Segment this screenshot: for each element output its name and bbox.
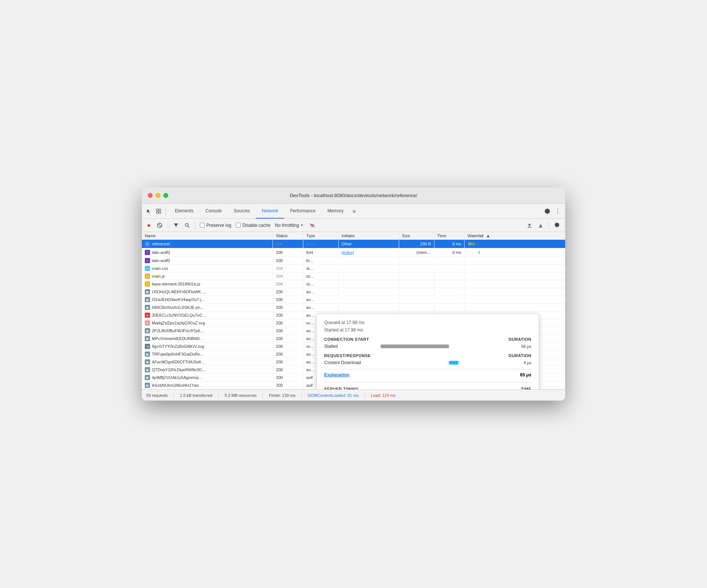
cell-name: ● 20E6CLcSzNV2GELQu7oC… [142,311,273,319]
cell-size [399,272,434,280]
cell-time [434,304,464,311]
tab-performance[interactable]: Performance [284,204,322,219]
cell-initiator [338,288,399,296]
minimize-button[interactable] [156,193,160,198]
cell-initiator [338,272,399,280]
cell-status: 304 [273,272,303,280]
status-divider-1 [173,392,174,398]
search-button[interactable] [182,222,192,229]
tab-console[interactable]: Console [199,204,228,219]
cell-type: sc… [303,272,338,280]
traffic-lights [148,193,168,198]
cell-status: 200 [273,358,303,366]
cell-waterfall [465,272,565,280]
more-options-icon[interactable]: ⋮ [553,206,562,216]
cell-status: 200 [273,319,303,327]
content-download-label: Content Download [324,360,376,365]
table-row[interactable]: # main.css 304st… [142,265,565,272]
download-icon[interactable] [536,222,545,229]
svg-rect-2 [159,209,161,211]
record-button[interactable]: ● [145,221,153,230]
cell-name: ▣ 4pIMBj7zOAk1y5Agmmoj… [142,374,273,382]
toolbar-divider-1 [168,222,168,229]
table-row[interactable]: ▣ h90CtfziXluvh1LSSKJE.pn… 200av… [142,304,565,311]
cell-name: ▣ MPcVmmemtEEDURBN6l… [142,335,273,343]
cell-name: ▣ h90CtfziXluvh1LSSKJE.pn… [142,304,273,311]
col-name[interactable]: Name [142,232,273,240]
tab-memory[interactable]: Memory [322,204,349,219]
tab-sources[interactable]: Sources [228,204,256,219]
status-divider-4 [302,392,302,398]
tab-more[interactable]: » [349,204,359,219]
disable-cache-checkbox[interactable]: Disable cache [236,223,270,228]
throttle-select[interactable]: No throttling [273,222,305,229]
stalled-duration: 56 μs [509,344,531,349]
cell-time [434,296,464,304]
devtools-tab-icons [145,207,166,215]
toolbar-divider-3 [548,222,549,229]
table-row[interactable]: ≡ reference/ 304docu…Other296 B8 ms [142,240,565,248]
timing-total-row: Explanation 65 μs [324,369,531,378]
cell-size [399,296,434,304]
explanation-link[interactable]: Explanation [324,372,349,378]
cell-waterfall [465,304,565,311]
cell-initiator [338,304,399,311]
time-label: TIME [521,387,531,389]
filter-button[interactable] [171,222,181,229]
cell-waterfall [465,280,565,288]
cell-type: docu… [303,240,338,248]
table-row[interactable]: T latin.woff2 200font(index)(mem…0 ms [142,248,565,257]
started-at-text: Started at 17.98 ms [324,327,363,333]
cell-name: T latin.woff2 [142,257,273,265]
toolbar-divider-2 [195,222,195,229]
table-row[interactable]: ▣ U5OHzQL4tEKFr6OFlxWK…. 200av… [142,288,565,296]
cell-time [434,272,464,280]
cell-initiator [338,296,399,304]
cell-status: 200 [273,374,303,382]
cell-name: JS base-element-3018901b.js [142,280,273,288]
content-download-duration: 9 μs [509,360,531,365]
cell-status: 200 [273,366,303,374]
svg-rect-1 [156,212,158,213]
col-type[interactable]: Type [303,232,338,240]
cell-name: ▣ U5OHzQL4tEKFr6OFlxWK…. [142,288,273,296]
cell-name: T latin.woff2 [142,248,273,257]
table-row[interactable]: T latin.woff2 200fo… [142,257,565,265]
cell-time [434,257,464,265]
cell-time [434,288,464,296]
preserve-log-checkbox[interactable]: Preserve log [200,223,231,228]
tab-elements[interactable]: Elements [169,204,199,219]
cell-waterfall [465,248,565,257]
table-row[interactable]: JS main.js 304sc… [142,272,565,280]
duration-label-1: DURATION [509,337,531,342]
server-timing-label: Server Timing [324,387,359,389]
cell-time: 0 ms [434,248,464,257]
col-initiator[interactable]: Initiator [338,232,399,240]
cell-initiator [338,257,399,265]
col-waterfall[interactable]: Waterfall ▲ [465,232,565,240]
table-row[interactable]: ▣ O2slJEHG9avKV4aqzSx7.j… 200av… [142,296,565,304]
inspect-icon[interactable] [154,207,163,215]
col-status[interactable]: Status [273,232,303,240]
upload-icon[interactable] [525,222,534,229]
col-time[interactable]: Time [434,232,464,240]
tab-network[interactable]: Network [256,204,284,219]
cell-status: 200 [273,311,303,319]
wifi-icon[interactable] [307,222,318,229]
cell-name: ⚙ 9gzXiTYY0nZzBxGl6KrV.svg [142,343,273,350]
cell-name: ▣ AFacMOgv6D0CFTr6U5e8… [142,358,273,366]
table-row[interactable]: JS base-element-3018901b.js 304sc… [142,280,565,288]
settings-icon[interactable] [543,206,552,216]
cursor-icon[interactable] [145,207,153,215]
table-header-row: Name Status Type Initiator Size Time Wat… [142,232,565,240]
connection-start-header: Connection Start DURATION [324,337,531,342]
col-size[interactable]: Size [399,232,434,240]
cell-status: 200 [273,257,303,265]
maximize-button[interactable] [163,193,168,198]
network-settings-icon[interactable] [552,221,562,229]
clear-button[interactable] [154,221,165,229]
stalled-label: Stalled [324,344,376,349]
cell-name: ▣ QTDnaY32hLDipeRW8e3O… [142,366,273,374]
cell-type: sc… [303,280,338,288]
close-button[interactable] [148,193,153,198]
